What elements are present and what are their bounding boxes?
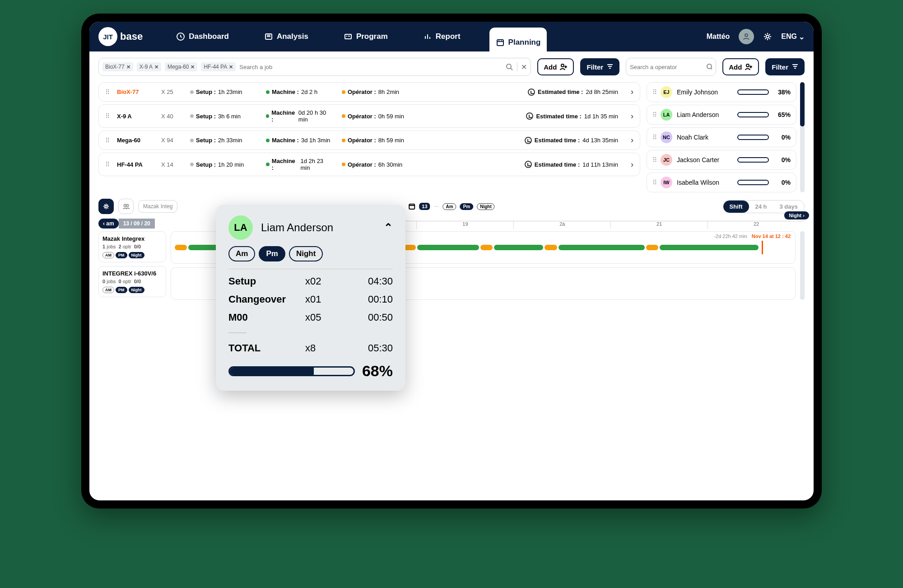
popup-row-time: 00:50 [346,312,393,323]
operator-progress [737,180,769,185]
drag-handle-icon[interactable]: ⠿ [652,156,656,163]
view-3days[interactable]: 3 days [773,201,804,213]
nav-dashboard[interactable]: Dashboard [170,23,235,50]
user-name: Mattéo [707,33,730,41]
filter-icon [791,62,798,71]
job-chip[interactable]: Mega-60✕ [165,62,197,71]
job-operator: Opérator : 6h 30min [342,161,410,168]
clear-search-icon[interactable]: ✕ [521,63,527,71]
popup-row-count: x02 [305,275,346,287]
add-operator-button[interactable]: Add [722,58,759,75]
popup-shift-night[interactable]: Night [289,246,323,261]
popup-shift-pm[interactable]: Pm [259,246,285,261]
top-navbar: JIT base Dashboard Analysis Program Repo… [89,22,814,51]
operator-avatar: LA [661,109,672,121]
next-shift-button[interactable]: Night › [784,211,809,219]
svg-point-4 [745,34,748,37]
drag-handle-icon[interactable]: ⠿ [652,179,656,186]
operator-name: Emily Johnson [677,89,718,96]
collapse-icon[interactable]: ⌃ [384,221,393,234]
chevron-right-icon[interactable]: › [631,135,633,145]
machine-card[interactable]: Mazak Integrex 1 jobs 2 optr 0/0 AMPMNig… [98,231,166,262]
nav-analysis[interactable]: Analysis [258,23,315,50]
shift-pill-pm[interactable]: Pm [460,203,474,210]
chevron-right-icon[interactable]: › [631,112,633,121]
job-estimated: Estimated time : 4d 13h 35min [525,137,618,144]
nav-planning[interactable]: Planning [489,28,547,59]
job-machine: Machine : 2d 2 h [266,89,334,95]
popup-row-label: Changeover [228,294,305,305]
people-button[interactable] [118,199,134,214]
job-chip[interactable]: X-9 A✕ [137,62,161,71]
filter-operators-button[interactable]: Filter [765,58,805,75]
operator-row[interactable]: ⠿ IW Isabella Wilson 0% [647,173,796,192]
shift-pm[interactable]: PM [116,252,127,258]
shift-am[interactable]: AM [102,287,114,293]
shift-pill-night[interactable]: Night [477,203,495,210]
filter-icon [606,62,613,71]
job-row[interactable]: ⠿ X-9 A X 40 Setup : 3h 6 min Machine : … [98,104,640,128]
jobs-list: ⠿ BioX-77 X 25 Setup : 1h 23min Machine … [98,82,640,192]
operator-detail-popup: LA Liam Anderson ⌃ Am Pm Night Setupx020… [216,205,405,391]
shift-am[interactable]: AM [102,252,114,258]
shift-night[interactable]: Night [129,252,144,258]
job-name: Mega-60 [117,137,153,144]
avatar-icon [742,32,751,41]
chevron-right-icon[interactable]: › [631,160,633,169]
svg-point-8 [707,64,712,69]
operator-progress [737,135,769,140]
operator-row[interactable]: ⠿ LA Liam Anderson 65% [647,105,796,125]
machine-filter-chip[interactable]: Mazak Integ [138,200,177,213]
operator-row[interactable]: ⠿ EJ Emily Johnson 38% [647,82,796,102]
user-avatar[interactable] [739,29,754,44]
operator-row[interactable]: ⠿ NC Noah Clark 0% [647,127,796,147]
chevron-right-icon[interactable]: › [631,87,633,97]
nav-report[interactable]: Report [417,23,467,50]
nav-program[interactable]: Program [337,23,394,50]
popup-total-time: 05:30 [346,342,393,354]
job-qty: X 40 [161,113,182,120]
add-job-button[interactable]: Add [537,58,574,75]
search-icon[interactable] [505,63,513,71]
job-search-input[interactable] [239,64,502,70]
drag-handle-icon[interactable]: ⠿ [105,137,109,144]
operator-row[interactable]: ⠿ JC Jackson Carter 0% [647,150,796,170]
operators-scrollbar[interactable] [800,82,805,192]
settings-icon[interactable] [763,32,772,41]
operator-search-input[interactable] [630,64,706,70]
svg-rect-13 [409,204,414,209]
view-24h[interactable]: 24 h [749,201,773,213]
operator-name: Liam Anderson [677,111,719,118]
popup-avatar: LA [228,215,253,240]
operator-pct: 38% [773,89,791,96]
search-icon[interactable] [706,63,712,71]
drag-handle-icon[interactable]: ⠿ [105,161,109,168]
view-shift[interactable]: Shift [723,201,749,213]
job-chip[interactable]: HF-44 PA✕ [201,62,236,71]
shift-pm[interactable]: PM [116,287,127,293]
job-row[interactable]: ⠿ Mega-60 X 94 Setup : 2h 33min Machine … [98,131,640,150]
popup-row-label: Setup [228,275,305,287]
popup-row-label: M00 [228,312,305,323]
job-name: HF-44 PA [117,161,153,168]
language-selector[interactable]: ENG ⌄ [781,33,805,41]
drag-handle-icon[interactable]: ⠿ [652,89,656,96]
job-chip[interactable]: BioX-77✕ [102,62,133,71]
prev-shift-button[interactable]: ‹ am [98,219,119,229]
shift-pill-am[interactable]: Am [443,203,456,210]
machine-card[interactable]: INTEGREX i-630V/6 0 jobs 0 optr 0/0 AMPM… [98,266,166,297]
popup-shift-am[interactable]: Am [228,246,255,261]
filter-jobs-button[interactable]: Filter [580,58,619,75]
drag-handle-icon[interactable]: ⠿ [105,89,109,96]
timeline-scrollbar[interactable] [800,231,805,300]
drag-handle-icon[interactable]: ⠿ [652,134,656,141]
settings-gear-button[interactable] [98,199,114,214]
job-row[interactable]: ⠿ HF-44 PA X 14 Setup : 1h 20 min Machin… [98,153,640,176]
drag-handle-icon[interactable]: ⠿ [652,111,656,118]
job-row[interactable]: ⠿ BioX-77 X 25 Setup : 1h 23min Machine … [98,82,640,102]
shift-night[interactable]: Night [129,287,144,293]
svg-point-12 [126,205,129,207]
eta: Nov 14 at 12 : 42 [752,233,791,239]
drag-handle-icon[interactable]: ⠿ [105,112,109,120]
popup-progress-bar [228,366,355,376]
